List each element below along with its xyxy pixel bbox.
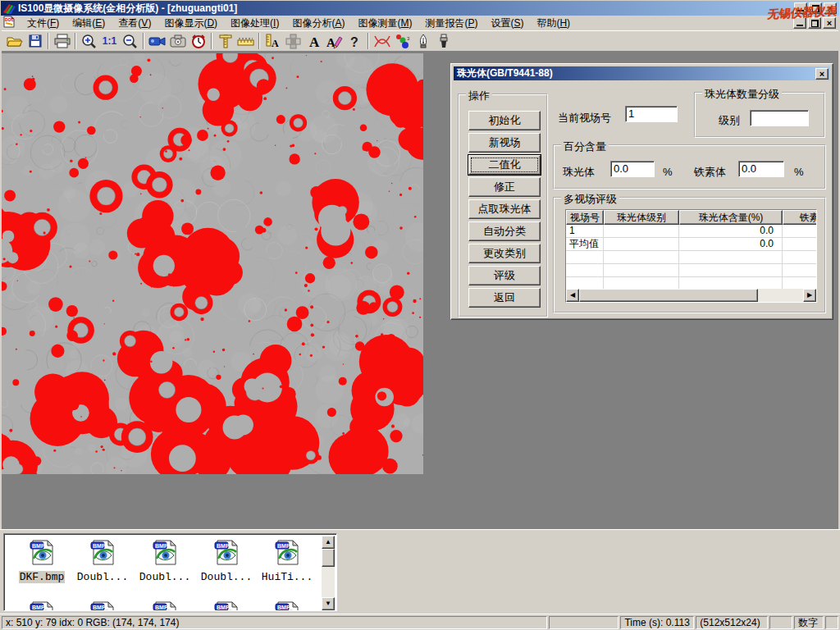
binarize-button[interactable]: 二值化	[468, 155, 541, 175]
toolbar-separator	[48, 33, 49, 49]
pick-pearlite-button[interactable]: 点取珠光体	[468, 199, 541, 219]
stitch-button[interactable]	[283, 32, 304, 51]
col-pearlite-grade[interactable]: 珠光体级别	[604, 210, 679, 225]
help-button[interactable]: ?	[345, 32, 365, 51]
window-restore-button[interactable]	[809, 2, 822, 14]
camera-icon	[170, 34, 186, 48]
scroll-right-icon[interactable]: ▶	[803, 289, 816, 302]
child-restore-button[interactable]	[808, 17, 821, 29]
brush-tool-button[interactable]	[433, 32, 454, 51]
table-header-row: 视场号 珠光体级别 珠光体含量(%) 铁素体含量(%)	[566, 210, 816, 225]
menu-image-measure[interactable]: 图像测量(M)	[351, 16, 418, 31]
annotate-button[interactable]: A	[324, 32, 345, 51]
video-capture-button[interactable]	[147, 32, 167, 51]
micrograph-image[interactable]	[2, 53, 423, 474]
menu-image-display[interactable]: 图像显示(D)	[158, 16, 224, 31]
app-icon	[2, 2, 16, 14]
menu-view[interactable]: 查看(V)	[112, 16, 158, 31]
curve-cross-icon	[373, 34, 391, 49]
child-close-button[interactable]: ×	[823, 17, 836, 29]
cell-field: 1	[566, 225, 604, 237]
table-row[interactable]: 1 0.0	[566, 225, 816, 238]
actual-size-button[interactable]: 1:1	[99, 32, 120, 51]
menu-help[interactable]: 帮助(H)	[530, 16, 577, 31]
pearlite-dialog: 珠光体(GB/T9441-88) × 操作 初始化 新视场 二值化 修正 点取珠…	[450, 63, 833, 320]
timer-button[interactable]	[188, 32, 208, 51]
svg-text:BMP: BMP	[217, 605, 230, 610]
bmp-file-icon: BMP	[89, 600, 116, 611]
dialog-close-button[interactable]: ×	[815, 68, 829, 80]
file-item[interactable]: BMP DKF.bmp	[11, 539, 72, 583]
pearlite-percent-input[interactable]: 0.0	[610, 161, 655, 177]
scrollbar-thumb[interactable]	[322, 549, 335, 567]
col-field-number[interactable]: 视场号	[566, 210, 604, 225]
change-class-button[interactable]: 更改类别	[468, 244, 541, 263]
menu-settings[interactable]: 设置(S)	[484, 16, 530, 31]
current-field-input[interactable]: 1	[625, 106, 678, 122]
pen-nib-icon	[418, 34, 429, 49]
scrollbar-thumb[interactable]	[579, 289, 758, 302]
menu-edit[interactable]: 编辑(E)	[66, 16, 112, 31]
status-mode: 数字	[794, 616, 824, 629]
file-item-partial[interactable]: BMP	[196, 600, 257, 611]
file-item-partial[interactable]: BMP	[72, 600, 133, 611]
ruler-button[interactable]	[235, 32, 256, 51]
menu-report[interactable]: 测量报告(P)	[418, 16, 484, 31]
return-button[interactable]: 返回	[468, 288, 541, 308]
child-minimize-button[interactable]	[793, 17, 806, 29]
file-item[interactable]: BMP Doubl...	[72, 539, 133, 583]
zoom-out-button[interactable]	[120, 32, 140, 51]
curve-tool-button[interactable]	[372, 32, 392, 51]
svg-text:?: ?	[350, 35, 358, 49]
menu-file[interactable]: 文件(F)	[21, 16, 66, 31]
status-image-dims: (512x512x24)	[696, 616, 768, 629]
snapshot-button[interactable]	[167, 32, 188, 51]
text-button[interactable]: A	[304, 32, 324, 51]
scroll-up-icon[interactable]: ▲	[322, 536, 335, 549]
measure-label-button[interactable]: A	[262, 32, 283, 51]
stitch-grid-icon	[285, 34, 301, 49]
open-file-button[interactable]	[4, 32, 25, 51]
new-field-button[interactable]: 新视场	[468, 133, 541, 153]
initialize-button[interactable]: 初始化	[468, 111, 541, 130]
horizontal-ruler-icon	[237, 35, 254, 47]
zoom-in-button[interactable]	[79, 32, 99, 51]
correct-button[interactable]: 修正	[468, 177, 541, 197]
ferrite-percent-input[interactable]: 0.0	[738, 161, 784, 177]
cell-pearlite: 0.0	[679, 225, 783, 237]
file-item[interactable]: BMP Doubl...	[196, 539, 257, 583]
bmp-file-icon: BMP	[28, 600, 56, 611]
file-vertical-scrollbar[interactable]: ▲ ▼	[322, 536, 335, 610]
pen-tool-button[interactable]	[413, 32, 433, 51]
print-button[interactable]	[52, 32, 72, 51]
scroll-left-icon[interactable]: ◀	[566, 289, 579, 302]
bmp-file-icon: BMP	[151, 600, 179, 611]
classify-button[interactable]: 3	[392, 32, 413, 51]
text-icon: A	[308, 34, 321, 49]
cell-grade	[604, 238, 679, 250]
dialog-title-bar[interactable]: 珠光体(GB/T9441-88) ×	[454, 66, 830, 80]
rate-button[interactable]: 评级	[468, 266, 541, 285]
svg-text:BMP: BMP	[155, 543, 168, 549]
file-item[interactable]: BMP HuiTi...	[257, 539, 317, 583]
auto-classify-button[interactable]: 自动分类	[468, 221, 541, 241]
file-item-partial[interactable]: BMP	[135, 600, 195, 611]
file-item[interactable]: BMP Doubl...	[135, 539, 195, 583]
text-pencil-icon: A	[326, 34, 343, 49]
window-minimize-button[interactable]	[794, 2, 807, 14]
col-pearlite-content[interactable]: 珠光体含量(%)	[679, 210, 783, 225]
caliper-button[interactable]	[215, 32, 235, 51]
document-icon[interactable]: DOC	[3, 16, 16, 30]
menu-bar: DOC 文件(F) 编辑(E) 查看(V) 图像显示(D) 图像处理(I) 图像…	[2, 16, 838, 30]
file-item-partial[interactable]: BMP	[257, 600, 317, 611]
window-close-button[interactable]: ×	[824, 2, 837, 14]
menu-image-analysis[interactable]: 图像分析(A)	[285, 16, 351, 31]
file-item-partial[interactable]: BMP	[11, 600, 72, 611]
col-ferrite-content[interactable]: 铁素体含量(%)	[783, 210, 817, 225]
table-horizontal-scrollbar[interactable]: ◀ ▶	[566, 289, 816, 302]
save-button[interactable]	[25, 32, 45, 51]
menu-image-process[interactable]: 图像处理(I)	[224, 16, 285, 31]
grade-input[interactable]	[750, 110, 809, 126]
scroll-down-icon[interactable]: ▼	[322, 597, 335, 610]
table-row[interactable]: 平均值 0.0	[566, 238, 816, 251]
